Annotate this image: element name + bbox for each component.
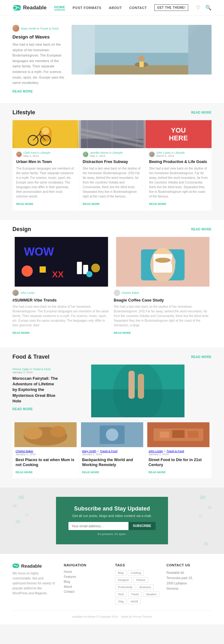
design-read-more[interactable]: READ MORE: [191, 228, 212, 231]
tag-fitness[interactable]: Fitness: [133, 577, 148, 583]
logo[interactable]: Readable: [12, 5, 47, 11]
footer-contact-title: CONTACT US: [166, 563, 212, 567]
subscribe-email-input[interactable]: [68, 522, 128, 530]
card-3-author[interactable]: John Locke: [156, 151, 170, 154]
lifestyle-read-more[interactable]: READ MORE: [191, 111, 212, 114]
food-bottom-1-title: Best Places to eat when Mum is not Cooki…: [16, 457, 76, 468]
svg-point-4: [138, 55, 145, 61]
design-post-2-read-more[interactable]: READ MORE: [114, 331, 131, 334]
svg-rect-24: [15, 237, 108, 287]
food-read-more[interactable]: READ MORE: [191, 355, 212, 359]
hero-text: Mary Smith in Travel & Food Design of Wa…: [12, 25, 65, 94]
svg-text:HERE: HERE: [169, 134, 188, 142]
subscribe-title: Subscribe and Stay Updated: [68, 506, 156, 512]
food-hero-author: Primoz Cigler in Travel & Food January 3…: [12, 368, 59, 374]
food-bottom-1-read-more[interactable]: READ MORE: [16, 471, 33, 474]
tag-world[interactable]: World: [128, 599, 141, 604]
tag-business[interactable]: Business: [137, 584, 154, 590]
food-title: Food & Travel: [12, 354, 49, 360]
card-1-title: Urban Men in Town: [16, 159, 75, 164]
card-3-excerpt: She had a last view back on the skyline …: [149, 166, 208, 199]
food-bottom-3-author: John Locke in Travel & Food January 2, 2…: [148, 450, 208, 456]
footer-logo-text: Readable: [21, 563, 42, 569]
footer-tags: TAGS Blog Cooking Designer Fitness Produ…: [115, 563, 160, 604]
footer: Readable We focus on highly customizable…: [0, 554, 224, 624]
card-3-read-more[interactable]: READ MORE: [149, 202, 166, 206]
tag-designer[interactable]: Designer: [115, 577, 132, 583]
svg-point-8: [42, 127, 49, 135]
food-bottom-1-image: [12, 422, 79, 447]
footer-nav-contact[interactable]: Contact: [64, 590, 109, 593]
hero-read-more[interactable]: READ MORE: [12, 90, 33, 93]
design-post-2: Charles Baker Beagle Coffee Case Study S…: [111, 237, 212, 338]
nav-about[interactable]: ABOUT: [109, 6, 122, 10]
design-post-1-read-more[interactable]: READ MORE: [12, 331, 30, 334]
svg-rect-43: [128, 371, 135, 399]
tag-travel[interactable]: Travel: [128, 592, 142, 597]
card-2-author[interactable]: Jennifer Moore: [90, 151, 109, 154]
envelope-icon-7: ✉: [198, 514, 202, 519]
design-post-1-excerpt: She had a last view back on the skyline …: [12, 304, 110, 328]
food-bottom-3-image: [145, 422, 212, 447]
tag-cooking[interactable]: Cooking: [128, 570, 144, 576]
card-1-author[interactable]: Clark Kent: [23, 151, 36, 154]
search-icon[interactable]: 🔍: [205, 5, 212, 11]
design-post-1-title: #SUMMER Vibe Trends: [12, 298, 110, 302]
subscribe-note: It's privacies. It's spam.: [68, 533, 156, 536]
nav-post-formats[interactable]: POST FORMATS: [72, 6, 101, 10]
svg-text:YOU: YOU: [171, 126, 186, 134]
nav-get-theme[interactable]: GET THE THEME!: [154, 4, 188, 11]
logo-icon: [12, 5, 21, 11]
tag-vacation[interactable]: Vacation: [143, 592, 159, 597]
card-3-category[interactable]: Lifestyle: [174, 151, 184, 154]
hero-section: Mary Smith in Travel & Food Design of Wa…: [0, 16, 224, 103]
card-3-title: Beeing Productive & Life Goals: [149, 159, 208, 164]
footer-nav-home[interactable]: Home: [64, 570, 109, 574]
card-2-category[interactable]: Lifestyle: [112, 151, 123, 154]
tag-tech[interactable]: Tech: [115, 592, 127, 597]
subscribe-form: SUBSCRIBE: [68, 522, 156, 530]
nav-contact[interactable]: CONTACT: [129, 6, 147, 10]
footer-contact: CONTACT US Readable ltd. Ternovska park …: [166, 563, 212, 604]
design-section: Design READ MORE WOW XX: [0, 220, 224, 347]
tag-productivity[interactable]: Productivity: [115, 584, 135, 590]
hero-image: [72, 25, 212, 75]
card-1-author-info: Clark Kent in Lifestyle May 4, 2014: [23, 151, 50, 157]
tag-vlog[interactable]: Vlog: [115, 599, 126, 604]
card-3-author-info: John Locke in Lifestyle March 5, 2014: [156, 151, 184, 157]
design-post-2-title: Beagle Coffee Case Study: [114, 298, 212, 302]
tag-blog[interactable]: Blog: [115, 570, 126, 576]
card-2-read-more[interactable]: READ MORE: [83, 202, 100, 206]
hero-author-name[interactable]: Mary Smith: [21, 27, 36, 30]
footer-bottom: readable.mt-theme © Copyright 2014 Made …: [12, 610, 212, 618]
hero-author-category[interactable]: Travel & Food: [40, 27, 58, 30]
card-2-title: Distraction Free Subway: [83, 159, 142, 164]
design-post-2-avatar: [114, 290, 120, 296]
food-hero-text: Primoz Cigler in Travel & Food January 3…: [12, 365, 59, 417]
card-1-category[interactable]: Lifestyle: [40, 151, 50, 154]
nav-home[interactable]: HOME: [54, 5, 65, 10]
food-bottom-3-read-more[interactable]: READ MORE: [148, 471, 166, 474]
design-post-2-author: Charles Baker: [122, 291, 139, 294]
subscribe-subtitle: Get all our posts, blogs and video conte…: [68, 514, 156, 518]
lifestyle-card-3-image: YOU HERE: [145, 120, 212, 148]
food-bottom-1-body: Charles Baker January 2, 2014 Best Place…: [12, 447, 79, 478]
footer-tags-list: Blog Cooking Designer Fitness Productivi…: [115, 570, 160, 604]
subscribe-button[interactable]: SUBSCRIBE: [128, 522, 156, 530]
footer-nav-features[interactable]: Features: [64, 575, 109, 578]
footer-grid: Readable We focus on highly customizable…: [12, 563, 212, 604]
svg-rect-37: [153, 254, 172, 273]
svg-point-51: [106, 429, 118, 441]
footer-nav-about[interactable]: About: [64, 585, 109, 588]
card-1-read-more[interactable]: READ MORE: [16, 202, 33, 206]
food-hero-read-more[interactable]: READ MORE: [12, 407, 33, 411]
design-section-header: Design READ MORE: [0, 220, 224, 237]
heart-icon[interactable]: ♡: [196, 5, 200, 11]
lifestyle-cards: Clark Kent in Lifestyle May 4, 2014 Urba…: [0, 120, 224, 220]
food-bottom-2-read-more[interactable]: READ MORE: [82, 471, 99, 474]
lifestyle-section-header: Lifestyle READ MORE: [0, 103, 224, 120]
header-icons: ♡ 🔍: [196, 5, 212, 11]
footer-nav-blog[interactable]: Blog: [64, 580, 109, 583]
footer-logo-icon: [12, 564, 19, 568]
lifestyle-card-3-body: John Locke in Lifestyle March 5, 2014 Be…: [145, 148, 212, 211]
